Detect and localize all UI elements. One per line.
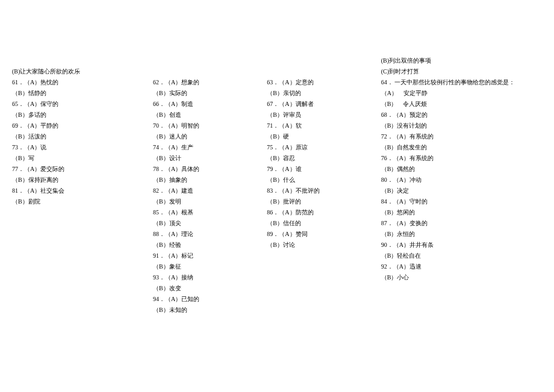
q82-option-a: 82．（A）建造 <box>153 185 267 196</box>
q86-option-a: 86．（A）防范的 <box>267 207 381 218</box>
q92-option-a: 92．（A）迅速 <box>381 261 542 272</box>
q74-option-a: 74．（A）生产 <box>153 142 267 153</box>
q93-option-b: （B）改变 <box>153 283 267 294</box>
q78-option-a: 78．（A）具体的 <box>153 164 267 175</box>
prev-option-b: (B)列出双倍的事项 <box>381 55 542 66</box>
column-1: (B)让大家随心所欲的欢乐 61．（A）热忱的 （B）恬静的 65．（A）保守的… <box>12 66 153 316</box>
q60-option-b: (B)让大家随心所欲的欢乐 <box>12 66 153 77</box>
q76-option-a: 76．（A）有系统的 <box>381 153 542 164</box>
q70-option-b: （B）迷人的 <box>153 131 267 142</box>
document-page: (B)让大家随心所欲的欢乐 61．（A）热忱的 （B）恬静的 65．（A）保守的… <box>12 66 542 316</box>
q79-option-b: （B）什么 <box>267 175 381 185</box>
q90-option-a: 90．（A）井井有条 <box>381 240 542 250</box>
q64-question: 64． 一天中那些比较例行性的事物给您的感觉是： <box>381 77 542 88</box>
q90-option-b: （B）轻松自在 <box>381 250 542 261</box>
q75-option-b: （B）容忍 <box>267 153 381 164</box>
q61-option-b: （B）恬静的 <box>12 88 153 99</box>
q94-option-b: （B）未知的 <box>153 305 267 316</box>
q66-option-b: （B）创造 <box>153 110 267 120</box>
q85-option-b: （B）顶尖 <box>153 218 267 229</box>
spacer <box>153 66 267 77</box>
q93-option-a: 93．（A）接纳 <box>153 272 267 283</box>
q77-option-a: 77．（A）爱交际的 <box>12 164 153 175</box>
q73-option-a: 73．（A）说 <box>12 142 153 153</box>
q89-option-a: 89．（A）赞同 <box>267 229 381 240</box>
q71-option-b: （B）硬 <box>267 131 381 142</box>
q94-option-a: 94．（A）已知的 <box>153 294 267 305</box>
q76-option-b: （B）偶然的 <box>381 164 542 175</box>
q83-option-a: 83．（A）不批评的 <box>267 185 381 196</box>
q91-option-a: 91．（A）标记 <box>153 250 267 261</box>
q88-option-b: （B）经验 <box>153 240 267 250</box>
q73-option-b: （B）写 <box>12 153 153 164</box>
q64-option-b: （B） 令人厌烦 <box>381 99 542 110</box>
q64-option-a: （A） 安定平静 <box>381 88 542 99</box>
q91-option-b: （B）象征 <box>153 261 267 272</box>
q69-option-a: 69．（A）平静的 <box>12 120 153 131</box>
q67-option-b: （B）评审员 <box>267 110 381 120</box>
q70-option-a: 70．（A）明智的 <box>153 120 267 131</box>
q62-option-a: 62．（A）想象的 <box>153 77 267 88</box>
q84-option-a: 84．（A）守时的 <box>381 196 542 207</box>
q84-option-b: （B）悠闲的 <box>381 207 542 218</box>
q80-option-b: （B）决定 <box>381 185 542 196</box>
q78-option-b: （B）抽象的 <box>153 175 267 185</box>
q85-option-a: 85．（A）根基 <box>153 207 267 218</box>
q65-option-a: 65．（A）保守的 <box>12 99 153 110</box>
column-3: 63．（A）定意的 （B）亲切的 67．（A）调解者 （B）评审员 71．（A）… <box>267 66 381 316</box>
q74-option-b: （B）设计 <box>153 153 267 164</box>
q67-option-a: 67．（A）调解者 <box>267 99 381 110</box>
q92-option-b: （B）小心 <box>381 272 542 283</box>
column-2: 62．（A）想象的 （B）实际的 66．（A）制造 （B）创造 70．（A）明智… <box>153 66 267 316</box>
q66-option-a: 66．（A）制造 <box>153 99 267 110</box>
q81-option-a: 81．（A）社交集会 <box>12 185 153 196</box>
q81-option-b: （B）剧院 <box>12 196 153 207</box>
q88-option-a: 88．（A）理论 <box>153 229 267 240</box>
q75-option-a: 75．（A）原谅 <box>267 142 381 153</box>
q63-option-a: 63．（A）定意的 <box>267 77 381 88</box>
prev-option-c: (C)到时才打算 <box>381 66 542 77</box>
q65-option-b: （B）多话的 <box>12 110 153 120</box>
q72-option-a: 72．（A）有系统的 <box>381 131 542 142</box>
q68-option-a: 68．（A）预定的 <box>381 110 542 120</box>
q72-option-b: （B）自然发生的 <box>381 142 542 153</box>
q79-option-a: 79．（A）谁 <box>267 164 381 175</box>
q77-option-b: （B）保持距离的 <box>12 175 153 185</box>
q89-option-b: （B）讨论 <box>267 240 381 250</box>
q82-option-b: （B）发明 <box>153 196 267 207</box>
q68-option-b: （B）没有计划的 <box>381 120 542 131</box>
q87-option-b: （B）永恒的 <box>381 229 542 240</box>
column-4: (B)列出双倍的事项 (C)到时才打算 64． 一天中那些比较例行性的事物给您的… <box>381 66 542 316</box>
q83-option-b: （B）批评的 <box>267 196 381 207</box>
q69-option-b: （B）活泼的 <box>12 131 153 142</box>
q63-option-b: （B）亲切的 <box>267 88 381 99</box>
q71-option-a: 71．（A）软 <box>267 120 381 131</box>
q80-option-a: 80．（A）冲动 <box>381 175 542 185</box>
spacer <box>267 66 381 77</box>
q87-option-a: 87．（A）变换的 <box>381 218 542 229</box>
q61-option-a: 61．（A）热忱的 <box>12 77 153 88</box>
q62-option-b: （B）实际的 <box>153 88 267 99</box>
q86-option-b: （B）信任的 <box>267 218 381 229</box>
